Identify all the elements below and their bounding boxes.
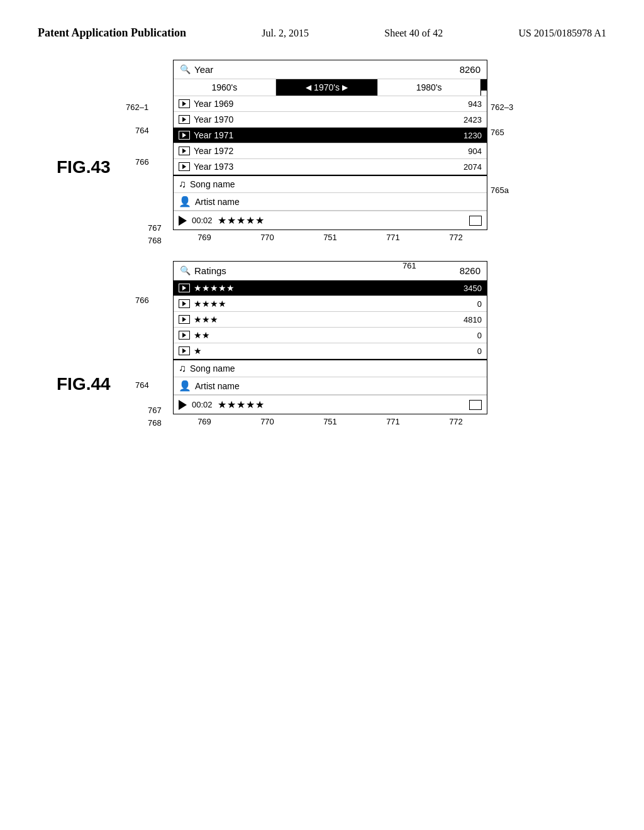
publication-date: Jul. 2, 2015 bbox=[262, 25, 309, 39]
play-button-5star[interactable] bbox=[179, 284, 190, 292]
tab-1970s[interactable]: ◀ 1970's ▶ bbox=[276, 79, 379, 96]
row-stars-3: ★★★ bbox=[194, 314, 464, 324]
ref-762-1: 762–1 bbox=[126, 102, 148, 112]
scrollbar[interactable] bbox=[480, 79, 487, 96]
publication-title: Patent Application Publication bbox=[38, 25, 186, 41]
row-stars-5: ★★★★★ bbox=[194, 283, 464, 293]
row-stars-1: ★ bbox=[194, 346, 477, 356]
fig43-label: FIG.43 bbox=[57, 157, 111, 177]
main-content: FIG.43 762–2 761 762–1 764 766 762–3 765… bbox=[0, 53, 644, 451]
list-row-5star: ★★★★★ 3450 bbox=[174, 280, 487, 296]
song-name: Song name bbox=[190, 179, 235, 189]
row-stars-4: ★★★★ bbox=[194, 299, 477, 309]
row-label-1972: Year 1972 bbox=[194, 146, 468, 156]
fig44-section: FIG.44 761 766 764 767 768 🔍 Ratings 826… bbox=[38, 261, 606, 426]
scroll-thumb bbox=[481, 79, 487, 91]
play-triangle-icon bbox=[182, 333, 186, 338]
play-triangle-icon bbox=[182, 148, 186, 153]
search-icon: 🔍 bbox=[180, 64, 191, 75]
ref-767-44: 767 bbox=[148, 406, 162, 415]
list-row-1972: Year 1972 904 bbox=[174, 143, 487, 159]
play-triangle-icon bbox=[182, 117, 186, 122]
ref-764: 764 bbox=[135, 126, 149, 135]
music-note-icon: ♫ bbox=[179, 179, 186, 190]
page: Patent Application Publication Jul. 2, 2… bbox=[0, 0, 644, 451]
play-button-2star[interactable] bbox=[179, 331, 190, 340]
row-label-1973: Year 1973 bbox=[194, 162, 464, 172]
ref-770-44: 770 bbox=[260, 417, 274, 426]
tab-1970s-label: 1970's bbox=[314, 82, 340, 92]
play-triangle-icon bbox=[182, 285, 186, 290]
right-arrow-icon: ▶ bbox=[342, 83, 348, 92]
player-stars-44: ★★★★★ bbox=[218, 399, 265, 411]
player-stars: ★★★★★ bbox=[218, 214, 265, 226]
scroll-track bbox=[481, 91, 487, 96]
list-row-2star: ★★ 0 bbox=[174, 328, 487, 343]
ref-751-44: 751 bbox=[323, 417, 337, 426]
row-count-1972: 904 bbox=[468, 147, 482, 156]
player-play-icon-44[interactable] bbox=[179, 400, 187, 410]
page-header: Patent Application Publication Jul. 2, 2… bbox=[0, 0, 644, 53]
list-row-3star: ★★★ 4810 bbox=[174, 312, 487, 328]
play-triangle-icon bbox=[182, 348, 186, 353]
search-icon-44: 🔍 bbox=[180, 265, 191, 276]
player-play-icon[interactable] bbox=[179, 216, 187, 226]
song-name-44: Song name bbox=[190, 363, 235, 374]
play-button-4star[interactable] bbox=[179, 299, 190, 308]
ref-765: 765 bbox=[491, 128, 504, 137]
ref-751: 751 bbox=[323, 233, 337, 242]
play-button-1969[interactable] bbox=[179, 99, 190, 108]
search-text: Year bbox=[194, 64, 213, 75]
player-time: 00:02 bbox=[192, 216, 213, 225]
fig43-ui: 🔍 Year 8260 1960's ◀ 1970's ▶ 1980's bbox=[173, 60, 487, 230]
row-count-1969: 943 bbox=[468, 99, 482, 109]
playlist-icon[interactable] bbox=[469, 216, 482, 226]
bottom-labels-43: 769 770 751 771 772 bbox=[173, 233, 487, 242]
fig43-section: FIG.43 762–2 761 762–1 764 766 762–3 765… bbox=[38, 60, 606, 242]
row-count-1973: 2074 bbox=[464, 162, 482, 172]
tab-1980s[interactable]: 1980's bbox=[378, 79, 480, 96]
sheet-info: Sheet 40 of 42 bbox=[384, 25, 443, 39]
ref-772-44: 772 bbox=[449, 417, 463, 426]
music-note-icon-44: ♫ bbox=[179, 363, 186, 374]
ref-766: 766 bbox=[135, 157, 149, 167]
list-row-1971: Year 1971 1230 bbox=[174, 128, 487, 143]
fig44-ui: 🔍 Ratings 8260 ★★★★★ 3450 ★★★★ 0 bbox=[173, 261, 487, 414]
row-stars-2: ★★ bbox=[194, 330, 477, 340]
ref-772: 772 bbox=[449, 233, 463, 242]
row-count-4star: 0 bbox=[477, 299, 482, 309]
play-button-1972[interactable] bbox=[179, 147, 190, 155]
play-triangle-icon bbox=[182, 164, 186, 169]
play-button-1star[interactable] bbox=[179, 346, 190, 355]
row-count-1971: 1230 bbox=[464, 131, 482, 140]
row-count-1970: 2423 bbox=[464, 115, 482, 124]
ref-770: 770 bbox=[260, 233, 274, 242]
person-icon-44: 👤 bbox=[179, 380, 191, 392]
row-count-1star: 0 bbox=[477, 346, 482, 356]
play-button-1973[interactable] bbox=[179, 162, 190, 171]
person-icon: 👤 bbox=[179, 196, 191, 208]
ref-766-44: 766 bbox=[135, 296, 149, 305]
search-bar-44: 🔍 Ratings 8260 bbox=[174, 262, 487, 280]
bottom-labels-44: 769 770 751 771 772 bbox=[173, 417, 487, 426]
play-button-1971[interactable] bbox=[179, 131, 190, 140]
tab-row: 1960's ◀ 1970's ▶ 1980's bbox=[174, 79, 487, 96]
playlist-icon-44[interactable] bbox=[469, 400, 482, 410]
list-row-4star: ★★★★ 0 bbox=[174, 296, 487, 312]
ref-769-44: 769 bbox=[197, 417, 211, 426]
search-count: 8260 bbox=[460, 64, 480, 75]
player-time-44: 00:02 bbox=[192, 400, 213, 409]
play-button-3star[interactable] bbox=[179, 315, 190, 324]
artist-name-44: Artist name bbox=[195, 381, 240, 391]
ref-762-3: 762–3 bbox=[491, 102, 513, 112]
play-triangle-icon bbox=[182, 133, 186, 138]
ref-769: 769 bbox=[197, 233, 211, 242]
play-button-1970[interactable] bbox=[179, 115, 190, 124]
artist-row-44: 👤 Artist name bbox=[174, 377, 487, 395]
list-row-1970: Year 1970 2423 bbox=[174, 112, 487, 128]
ref-768-44: 768 bbox=[148, 418, 162, 428]
play-triangle-icon bbox=[182, 101, 186, 106]
tab-1960s[interactable]: 1960's bbox=[174, 79, 276, 96]
row-label-1969: Year 1969 bbox=[194, 99, 468, 109]
fig44-label: FIG.44 bbox=[57, 374, 111, 394]
